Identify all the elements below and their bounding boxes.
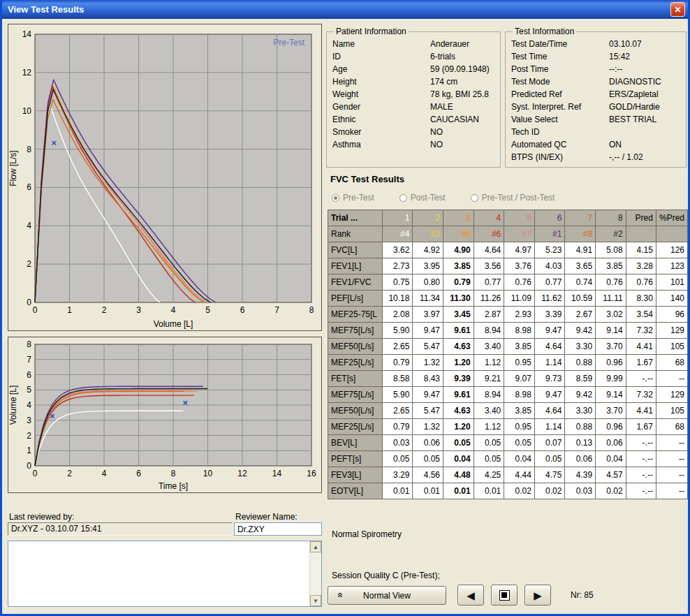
- value-cell: 9.61: [443, 387, 474, 403]
- info-row: NameAnderauer: [332, 38, 494, 50]
- row-label: FEV3[L]: [328, 467, 383, 483]
- info-value: ON: [609, 140, 622, 149]
- value-cell: 9.14: [596, 323, 626, 339]
- comment-textarea[interactable]: ▲ ▼: [8, 541, 322, 607]
- row-label: EOTV[L]: [328, 483, 383, 499]
- value-cell: 9.14: [596, 387, 626, 403]
- value-cell: --: [656, 435, 687, 451]
- svg-text:Time [s]: Time [s]: [159, 481, 188, 491]
- value-cell: 9.47: [534, 323, 565, 339]
- svg-text:4: 4: [171, 305, 176, 315]
- info-value: 03.10.07: [609, 39, 642, 49]
- svg-text:0: 0: [33, 469, 38, 478]
- info-label: Asthma: [332, 140, 430, 149]
- value-cell: 4.64: [474, 242, 504, 258]
- info-value: GOLD/Hardie: [609, 102, 660, 112]
- fvc-results-title: FVC Test Results: [330, 174, 404, 184]
- value-cell: 3.40: [474, 339, 504, 355]
- radio-pre-test[interactable]: Pre-Test: [332, 193, 374, 203]
- row-label: PEFT[s]: [328, 451, 383, 467]
- info-row: Weight78 kg, BMI 25.8: [332, 88, 494, 101]
- svg-text:4: 4: [27, 221, 31, 230]
- close-button[interactable]: ✕: [670, 2, 685, 17]
- comment-scrollbar[interactable]: ▲ ▼: [309, 541, 321, 606]
- reviewer-name-input[interactable]: [234, 522, 322, 536]
- radio-label: Pre-Test / Post-Test: [482, 193, 555, 203]
- radio-post-test[interactable]: Post-Test: [399, 193, 446, 203]
- scroll-down-icon: ▼: [313, 598, 318, 604]
- radio-circle-icon: [471, 194, 478, 202]
- row-label: MEF50[L/s]: [328, 403, 383, 419]
- result-row: BEV[L]0.030.060.050.050.050.070.130.06-.…: [328, 435, 688, 451]
- value-cell: 0.07: [534, 435, 565, 451]
- svg-text:8: 8: [27, 145, 31, 154]
- value-cell: 0.76: [626, 274, 656, 291]
- svg-text:Flow [L/s]: Flow [L/s]: [8, 150, 18, 186]
- value-cell: 8.98: [504, 387, 535, 403]
- rank-cell: #3: [413, 226, 443, 242]
- info-row: Age59 (09.09.1948): [332, 63, 494, 75]
- svg-text:16: 16: [307, 469, 316, 478]
- value-cell: 5.08: [596, 242, 626, 258]
- title-bar[interactable]: View Test Results ✕: [2, 0, 688, 19]
- value-cell: 123: [656, 258, 687, 274]
- row-label: MEF25[L/s]: [328, 355, 383, 371]
- value-cell: 3.56: [474, 258, 504, 274]
- next-trial-button[interactable]: ▶: [524, 585, 551, 606]
- result-row: MEF75[L/s]5.909.479.618.948.989.479.429.…: [328, 323, 688, 339]
- value-cell: 2.65: [382, 403, 413, 419]
- svg-text:Pre-Test: Pre-Test: [273, 38, 304, 47]
- prev-trial-button[interactable]: ◀: [457, 585, 484, 606]
- value-cell: 5.47: [413, 339, 443, 355]
- value-cell: 5.90: [382, 323, 413, 339]
- svg-text:12: 12: [237, 469, 247, 478]
- row-label: MEF25-75[L: [328, 307, 383, 323]
- volume-time-plot: 0246810121416012345678Time [s]Volume [L]…: [8, 337, 321, 492]
- value-cell: 3.95: [413, 258, 443, 274]
- value-cell: 1.20: [443, 355, 474, 371]
- value-cell: 2.93: [504, 307, 535, 323]
- svg-text:4: 4: [27, 400, 31, 410]
- value-cell: 9.42: [565, 323, 596, 339]
- value-cell: 0.05: [474, 451, 504, 467]
- scroll-up-button[interactable]: ▲: [310, 541, 321, 552]
- info-row: Test Date/Time03.10.07: [511, 38, 680, 50]
- info-row: BTPS (IN/EX)-,-- / 1.02: [511, 151, 680, 163]
- info-label: Test Mode: [511, 77, 609, 87]
- value-cell: 11.26: [474, 291, 504, 307]
- value-cell: 2.67: [565, 307, 596, 323]
- value-cell: 0.79: [443, 274, 474, 291]
- value-cell: 3.97: [413, 307, 443, 323]
- radio-pre-test-post-test[interactable]: Pre-Test / Post-Test: [471, 193, 555, 203]
- value-cell: 8.98: [504, 323, 535, 339]
- rank-cell: #1: [534, 226, 565, 242]
- svg-text:×: ×: [183, 397, 189, 408]
- value-cell: 11.62: [534, 291, 565, 307]
- value-cell: 4.41: [626, 339, 656, 355]
- normal-view-button[interactable]: « Normal View: [328, 586, 446, 605]
- info-label: Name: [332, 39, 430, 49]
- info-value: -,-- / 1.02: [609, 152, 643, 162]
- value-cell: 5.90: [382, 387, 413, 403]
- value-cell: 8.43: [413, 371, 443, 387]
- value-cell: 9.99: [596, 371, 626, 387]
- info-row: ID6-trials: [332, 50, 494, 63]
- value-cell: 0.04: [596, 451, 626, 467]
- stop-button[interactable]: [491, 585, 518, 606]
- result-row: MEF25-75[L2.083.973.452.872.933.392.673.…: [328, 307, 688, 323]
- value-cell: 4.97: [504, 242, 535, 258]
- value-cell: 5.23: [534, 242, 565, 258]
- value-cell: 4.56: [413, 467, 443, 483]
- interpretation-text: Normal Spirometry: [332, 529, 402, 539]
- value-cell: 0.04: [504, 451, 535, 467]
- value-cell: 3.85: [504, 339, 535, 355]
- close-icon: ✕: [674, 5, 681, 15]
- value-cell: 0.88: [565, 419, 596, 435]
- scroll-down-button[interactable]: ▼: [310, 595, 321, 606]
- value-cell: 105: [656, 339, 687, 355]
- value-cell: 3.62: [382, 242, 413, 258]
- svg-text:7: 7: [27, 355, 31, 365]
- value-cell: 4.39: [565, 467, 596, 483]
- window-title: View Test Results: [8, 4, 84, 15]
- svg-text:×: ×: [51, 138, 57, 148]
